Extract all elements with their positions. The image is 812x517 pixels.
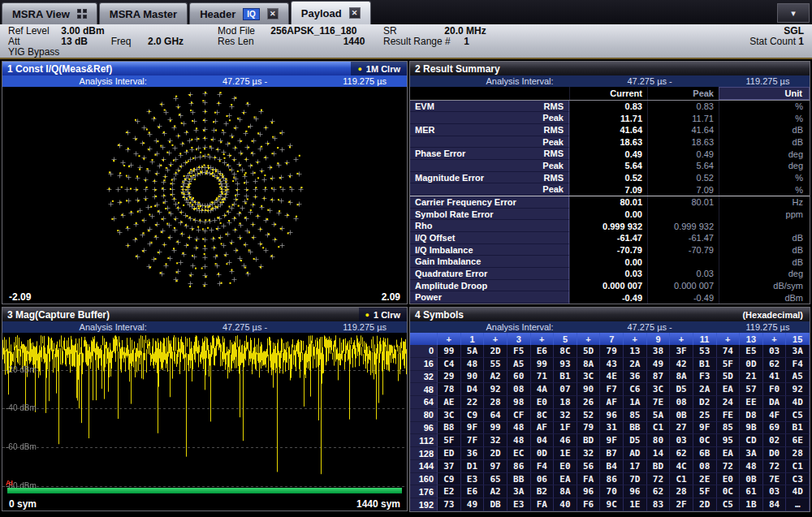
hex-symbol-cell[interactable]: B7 [600,447,624,460]
hex-symbol-cell[interactable]: CD [740,434,763,447]
hex-symbol-cell[interactable]: 04 [531,434,555,447]
hex-symbol-cell[interactable]: FE [717,409,741,422]
hex-symbol-cell[interactable]: 08 [670,396,693,409]
hex-symbol-cell[interactable]: E0 [554,460,577,473]
hex-symbol-cell[interactable]: 79 [577,422,601,435]
hex-symbol-cell[interactable]: D2 [693,396,717,409]
hex-symbol-cell[interactable]: F4 [786,358,810,371]
hex-symbol-cell[interactable]: 72 [717,460,741,473]
hex-symbol-cell[interactable]: … [786,498,810,511]
hex-symbol-cell[interactable]: 03 [763,485,787,498]
hex-symbol-cell[interactable]: DA [763,396,787,409]
hex-symbol-cell[interactable]: 61 [740,485,763,498]
hex-symbol-cell[interactable]: 3A [786,345,810,358]
hex-symbol-cell[interactable]: B1 [554,371,577,384]
tab-msra-view[interactable]: MSRA View [2,2,97,24]
hex-symbol-cell[interactable]: 0C [693,434,717,447]
hex-symbol-cell[interactable]: 36 [624,371,647,384]
hex-symbol-cell[interactable]: EA [717,383,741,396]
hex-symbol-cell[interactable]: 99 [484,422,508,435]
hex-symbol-cell[interactable]: 57 [740,383,763,396]
hex-symbol-cell[interactable]: 28 [786,447,810,460]
hex-symbol-cell[interactable]: C5 [786,409,810,422]
hex-symbol-cell[interactable]: F3 [693,371,717,384]
hex-symbol-cell[interactable]: 5F [693,485,717,498]
hex-symbol-cell[interactable]: BD [577,434,601,447]
hex-symbol-cell[interactable]: 7D [624,473,647,486]
hex-symbol-cell[interactable]: F0 [763,383,787,396]
hex-symbol-cell[interactable]: 52 [577,409,601,422]
trace1-legend[interactable]: ● 1M Clrw [351,62,407,75]
hex-symbol-cell[interactable]: B1 [786,422,810,435]
hex-symbol-cell[interactable]: EA [554,473,577,486]
hex-symbol-cell[interactable]: 1A [624,396,647,409]
hex-symbol-cell[interactable]: A2 [484,485,508,498]
tab-header[interactable]: Header IQ ✕ [189,2,289,24]
hex-symbol-cell[interactable]: 2D [484,447,508,460]
hex-symbol-cell[interactable]: E3 [461,473,485,486]
window4-titlebar[interactable]: 4 Symbols (Hexadecimal) [410,308,810,321]
hex-symbol-cell[interactable]: 9B [740,422,763,435]
hex-symbol-cell[interactable]: AF [531,422,555,435]
hex-symbol-cell[interactable]: FA [531,498,555,511]
hex-symbol-cell[interactable]: 4D [786,396,810,409]
hex-symbol-cell[interactable]: 83 [647,498,671,511]
hex-symbol-cell[interactable]: 3A [740,447,763,460]
hex-symbol-cell[interactable]: 5A [647,409,671,422]
hex-symbol-cell[interactable]: AF [600,396,624,409]
hex-symbol-cell[interactable]: 62 [647,485,671,498]
hex-symbol-cell[interactable]: 7E [763,473,787,486]
hex-symbol-cell[interactable]: 96 [577,485,601,498]
hex-symbol-cell[interactable]: 1B [740,498,763,511]
hex-symbol-cell[interactable]: AD [624,447,647,460]
hex-symbol-cell[interactable]: 79 [600,345,624,358]
hex-symbol-cell[interactable]: 21 [740,371,763,384]
hex-symbol-cell[interactable]: C1 [786,460,810,473]
hex-symbol-cell[interactable]: 62 [670,447,693,460]
hex-symbol-cell[interactable]: DB [484,498,508,511]
hex-symbol-cell[interactable]: E0 [717,473,741,486]
hex-symbol-cell[interactable]: 03 [670,434,693,447]
hex-symbol-cell[interactable]: 36 [461,447,485,460]
hex-symbol-cell[interactable]: D8 [740,409,763,422]
hex-symbol-cell[interactable]: 8A [670,371,693,384]
hex-symbol-cell[interactable]: 1F [554,422,577,435]
hex-symbol-cell[interactable]: 8A [577,358,601,371]
hex-symbol-cell[interactable]: 24 [717,396,741,409]
hex-symbol-cell[interactable]: 86 [600,473,624,486]
hex-symbol-cell[interactable]: B8 [438,422,461,435]
hex-symbol-cell[interactable]: 02 [763,434,787,447]
hex-symbol-cell[interactable]: D0 [763,447,787,460]
close-icon[interactable]: ✕ [267,8,279,19]
hex-symbol-cell[interactable]: BB [624,422,647,435]
hex-symbol-cell[interactable]: 48 [740,460,763,473]
hex-symbol-cell[interactable]: 32 [577,447,601,460]
hex-symbol-cell[interactable]: 62 [763,358,787,371]
hex-symbol-cell[interactable]: F7 [600,383,624,396]
hex-symbol-cell[interactable]: 9F [600,434,624,447]
hex-symbol-cell[interactable]: D5 [670,383,693,396]
hex-symbol-cell[interactable]: 27 [670,422,693,435]
hex-symbol-cell[interactable]: C3 [786,473,810,486]
hex-symbol-cell[interactable]: 60 [508,371,531,384]
hex-symbol-cell[interactable]: F6 [577,498,601,511]
hex-symbol-cell[interactable]: 78 [438,383,461,396]
hex-symbol-cell[interactable]: 97 [484,460,508,473]
hex-symbol-cell[interactable]: 13 [624,345,647,358]
hex-symbol-cell[interactable]: 8C [554,345,577,358]
hex-symbol-cell[interactable]: 55 [484,358,508,371]
hex-symbol-cell[interactable]: 90 [461,371,485,384]
hex-symbol-cell[interactable]: 5F [438,434,461,447]
hex-symbol-cell[interactable]: 5D [577,345,601,358]
hex-symbol-cell[interactable]: 99 [531,358,555,371]
hex-symbol-cell[interactable]: 0B [670,409,693,422]
hex-symbol-cell[interactable]: 93 [554,358,577,371]
hex-symbol-cell[interactable]: 0C [717,485,741,498]
hex-symbol-cell[interactable]: 98 [508,396,531,409]
hex-symbol-cell[interactable]: 48 [508,422,531,435]
magnitude-plot[interactable]: -20 dBm-40 dBm-60 dBm-80 dBm AI [2,333,407,498]
window2-titlebar[interactable]: 2 Result Summary [410,62,810,75]
hex-symbol-cell[interactable]: 18 [554,396,577,409]
hex-symbol-cell[interactable]: C1 [647,422,671,435]
hex-symbol-cell[interactable]: 17 [624,460,647,473]
